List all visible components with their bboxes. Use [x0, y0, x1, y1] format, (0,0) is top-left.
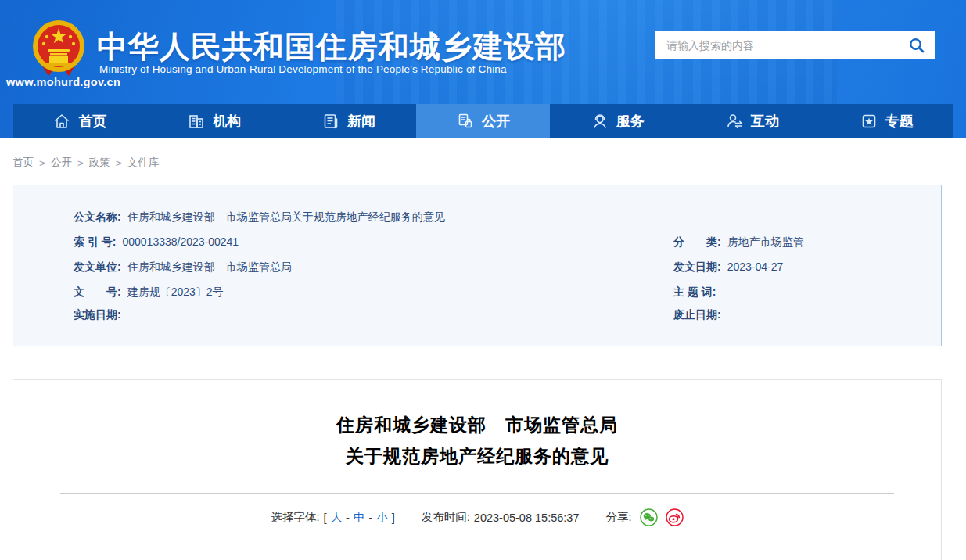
- share-group: 分享:: [605, 508, 683, 526]
- home-icon: [52, 112, 71, 131]
- search-button[interactable]: [907, 35, 927, 56]
- breadcrumb-separator: >: [116, 157, 122, 169]
- meta-category-label: 分 类:: [673, 234, 721, 249]
- breadcrumb-document-library[interactable]: 文件库: [127, 156, 160, 170]
- meta-doc-name-label: 公文名称:: [74, 209, 121, 224]
- meta-issue-date-value: 2023-04-27: [727, 259, 784, 275]
- breadcrumb: 首页 > 公开 > 政策 > 文件库: [13, 156, 159, 170]
- publish-time-group: 发布时间: 2023-05-08 15:56:37: [422, 510, 580, 525]
- nav-item-organization[interactable]: 机构: [147, 104, 282, 138]
- font-size-small-link[interactable]: 小: [376, 510, 388, 525]
- nav-item-label: 新闻: [347, 112, 375, 131]
- meta-issuing-unit-label: 发文单位:: [74, 259, 121, 275]
- nav-item-label: 专题: [885, 112, 914, 131]
- interaction-icon: [725, 112, 744, 131]
- nav-item-special-topics[interactable]: 专题: [819, 104, 953, 138]
- font-size-selector: 选择字体: [ 大 - 中 - 小 ]: [271, 510, 395, 525]
- nav-item-label: 服务: [616, 112, 645, 131]
- font-size-large-link[interactable]: 大: [331, 510, 343, 525]
- special-topic-icon: [860, 112, 878, 131]
- nav-item-label: 首页: [78, 112, 106, 131]
- breadcrumb-separator: >: [77, 157, 84, 169]
- nav-item-services[interactable]: 服务: [550, 104, 684, 138]
- meta-keywords-label: 主 题 词:: [673, 284, 716, 300]
- nav-item-label: 公开: [482, 112, 510, 131]
- meta-doc-number: 文 号: 建房规〔2023〕2号: [74, 284, 224, 300]
- meta-repeal-date: 废止日期:: [673, 307, 727, 322]
- search-box: [655, 31, 935, 59]
- meta-issue-date-label: 发文日期:: [673, 259, 721, 275]
- nav-item-disclosure[interactable]: 公开: [416, 104, 551, 138]
- share-label: 分享:: [605, 510, 631, 525]
- nav-item-home[interactable]: 首页: [13, 104, 147, 138]
- bracket-close: ]: [392, 512, 395, 524]
- bracket-open: [: [324, 512, 327, 524]
- search-icon: [908, 37, 925, 54]
- meta-issue-date: 发文日期: 2023-04-27: [673, 259, 783, 275]
- meta-doc-number-value: 建房规〔2023〕2号: [127, 284, 224, 300]
- meta-doc-name-value: 住房和城乡建设部 市场监管总局关于规范房地产经纪服务的意见: [127, 209, 445, 224]
- search-input[interactable]: [666, 39, 907, 52]
- meta-keywords: 主 题 词:: [673, 284, 722, 300]
- site-title: 中华人民共和国住房和城乡建设部: [97, 26, 566, 68]
- organization-icon: [187, 112, 206, 131]
- site-url: www.mohurd.gov.cn: [6, 76, 120, 88]
- nav-item-interaction[interactable]: 互动: [684, 104, 819, 138]
- meta-implement-date-label: 实施日期:: [74, 307, 121, 322]
- service-icon: [591, 112, 609, 131]
- meta-index-number: 索 引 号: 000013338/2023-00241: [74, 234, 239, 249]
- breadcrumb-disclosure[interactable]: 公开: [51, 156, 72, 170]
- font-size-label: 选择字体:: [271, 510, 320, 525]
- breadcrumb-policy[interactable]: 政策: [89, 156, 110, 170]
- nav-item-label: 互动: [751, 112, 779, 131]
- page: www.mohurd.gov.cn 中华人民共和国住房和城乡建设部 Minist…: [0, 0, 966, 560]
- disclosure-icon: [456, 112, 475, 131]
- site-header: www.mohurd.gov.cn 中华人民共和国住房和城乡建设部 Minist…: [0, 0, 966, 138]
- site-subtitle-en: Ministry of Housing and Urban-Rural Deve…: [99, 63, 507, 75]
- dash: -: [368, 512, 372, 524]
- document-title-line1: 住房和城乡建设部 市场监管总局: [13, 409, 941, 440]
- publish-time-label: 发布时间:: [422, 510, 470, 525]
- meta-issuing-unit-value: 住房和城乡建设部 市场监管总局: [127, 259, 292, 275]
- nav-item-news[interactable]: 新闻: [282, 104, 416, 138]
- main-nav: 首页 机构 新闻: [13, 104, 953, 138]
- meta-category: 分 类: 房地产市场监管: [673, 234, 804, 249]
- meta-index-label: 索 引 号:: [74, 234, 116, 249]
- national-emblem-icon: [31, 18, 86, 79]
- breadcrumb-separator: >: [39, 157, 45, 169]
- document-meta-bar: 选择字体: [ 大 - 中 - 小 ] 发布时间: 2023-05-08 15:…: [13, 508, 941, 526]
- document-title-line2: 关于规范房地产经纪服务的意见: [13, 440, 941, 472]
- font-size-medium-link[interactable]: 中: [354, 510, 365, 525]
- title-divider: [60, 493, 894, 494]
- nav-item-label: 机构: [213, 112, 241, 131]
- meta-category-value: 房地产市场监管: [727, 234, 804, 249]
- dash: -: [346, 512, 350, 524]
- meta-implement-date: 实施日期:: [74, 307, 127, 322]
- meta-index-value: 000013338/2023-00241: [122, 234, 239, 249]
- news-icon: [321, 112, 340, 131]
- meta-repeal-date-label: 废止日期:: [673, 307, 721, 322]
- meta-doc-number-label: 文 号:: [74, 284, 121, 300]
- meta-issuing-unit: 发文单位: 住房和城乡建设部 市场监管总局: [74, 259, 292, 275]
- document-title: 住房和城乡建设部 市场监管总局 关于规范房地产经纪服务的意见: [13, 409, 941, 472]
- meta-doc-name: 公文名称: 住房和城乡建设部 市场监管总局关于规范房地产经纪服务的意见: [74, 209, 445, 224]
- weibo-icon[interactable]: [666, 508, 684, 526]
- wechat-icon[interactable]: [640, 508, 658, 526]
- document-metadata-card: 公文名称: 住房和城乡建设部 市场监管总局关于规范房地产经纪服务的意见 索 引 …: [13, 185, 942, 346]
- breadcrumb-home[interactable]: 首页: [13, 156, 34, 170]
- document-content-card: 住房和城乡建设部 市场监管总局 关于规范房地产经纪服务的意见 选择字体: [ 大…: [13, 379, 942, 560]
- publish-time-value: 2023-05-08 15:56:37: [474, 512, 580, 524]
